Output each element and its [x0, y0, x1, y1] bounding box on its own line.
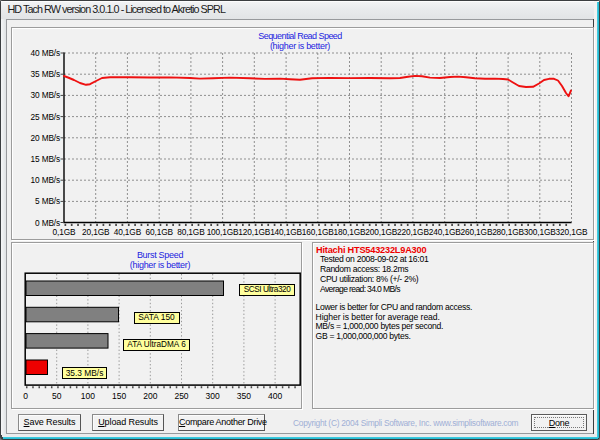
svg-text:160,1GB: 160,1GB: [302, 227, 334, 237]
svg-text:120,1GB: 120,1GB: [238, 227, 270, 237]
svg-text:5 MB/s: 5 MB/s: [35, 196, 60, 206]
svg-text:10 MB/s: 10 MB/s: [31, 175, 60, 185]
svg-text:140,1GB: 140,1GB: [270, 227, 302, 237]
svg-text:220,1GB: 220,1GB: [397, 227, 429, 237]
svg-text:300,1GB: 300,1GB: [524, 227, 556, 237]
svg-text:20,1GB: 20,1GB: [82, 227, 110, 237]
svg-text:200,1GB: 200,1GB: [365, 227, 397, 237]
svg-text:280,1GB: 280,1GB: [492, 227, 524, 237]
svg-text:40 MB/s: 40 MB/s: [31, 48, 60, 58]
svg-text:400: 400: [268, 391, 282, 401]
svg-text:35 MB/s: 35 MB/s: [31, 69, 60, 79]
svg-text:0: 0: [23, 391, 28, 401]
svg-text:150: 150: [112, 391, 126, 401]
svg-text:320,1GB: 320,1GB: [556, 227, 588, 237]
svg-text:80,1GB: 80,1GB: [177, 227, 205, 237]
svg-text:60,1GB: 60,1GB: [145, 227, 173, 237]
svg-text:200: 200: [143, 391, 157, 401]
svg-text:240,1GB: 240,1GB: [429, 227, 461, 237]
svg-text:30 MB/s: 30 MB/s: [31, 90, 60, 100]
svg-text:15 MB/s: 15 MB/s: [31, 154, 60, 164]
svg-text:40,1GB: 40,1GB: [114, 227, 142, 237]
svg-text:0 MB/s: 0 MB/s: [35, 218, 60, 228]
svg-text:100: 100: [81, 391, 95, 401]
svg-text:300: 300: [206, 391, 220, 401]
svg-text:350: 350: [237, 391, 251, 401]
svg-text:50: 50: [52, 391, 62, 401]
svg-text:100,1GB: 100,1GB: [207, 227, 239, 237]
svg-text:260,1GB: 260,1GB: [460, 227, 492, 237]
svg-text:0,1GB: 0,1GB: [53, 227, 77, 237]
svg-text:250: 250: [174, 391, 188, 401]
svg-text:25 MB/s: 25 MB/s: [31, 112, 60, 122]
svg-text:180,1GB: 180,1GB: [334, 227, 366, 237]
svg-text:20 MB/s: 20 MB/s: [31, 133, 60, 143]
